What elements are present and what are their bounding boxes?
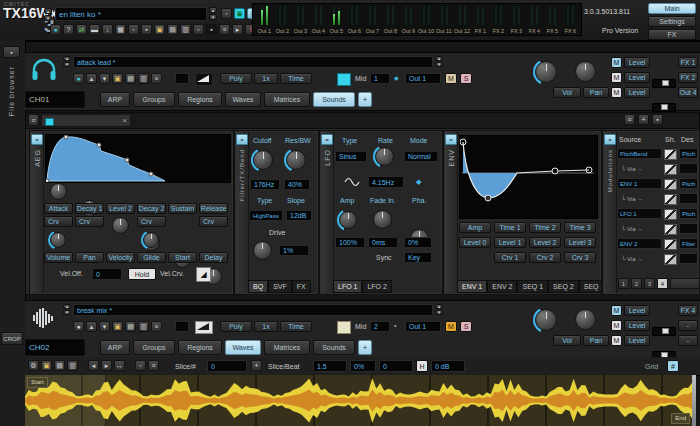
send3-level-button[interactable]: Level: [624, 87, 650, 98]
fit-view-button[interactable]: ↔: [114, 360, 125, 371]
tab-add[interactable]: +: [358, 92, 372, 107]
page-2-button[interactable]: 2: [631, 278, 642, 289]
clear-button[interactable]: ×: [151, 73, 162, 84]
collapse-button[interactable]: =: [236, 134, 248, 145]
name-spinner[interactable]: ▴ ▾: [63, 56, 71, 67]
grid-view-button[interactable]: ▦: [115, 24, 126, 35]
crv-decay1-button[interactable]: Crv: [75, 216, 104, 227]
pan-label-button[interactable]: Pan: [75, 252, 104, 263]
tab-close-icon[interactable]: ×: [122, 116, 127, 125]
glide-label-button[interactable]: Glide: [137, 252, 166, 263]
crv-decay2-button[interactable]: Crv: [137, 216, 166, 227]
octave-box[interactable]: [175, 73, 189, 84]
zoom-in-button[interactable]: ▸: [101, 360, 112, 371]
crop-button[interactable]: CROP: [1, 332, 23, 345]
mod-dest[interactable]: [679, 163, 698, 174]
spinner-down-icon[interactable]: ▾: [435, 310, 443, 315]
fade-knob[interactable]: [373, 210, 392, 229]
end-marker[interactable]: End: [671, 413, 690, 424]
send2-dest-button[interactable]: FX 2: [678, 72, 698, 83]
waveform-display[interactable]: Start End: [25, 375, 696, 426]
env-level1-button[interactable]: Level 1: [494, 237, 526, 248]
record-button[interactable]: ●: [73, 321, 84, 332]
env-crv3-button[interactable]: Crv 3: [564, 252, 596, 263]
delay-label-button[interactable]: Delay: [199, 252, 228, 263]
retrigger-icon[interactable]: ◆: [416, 178, 421, 186]
spinner-down-icon[interactable]: ▾: [209, 14, 217, 20]
open-folder-button[interactable]: ▣: [112, 73, 123, 84]
vel-off-value[interactable]: 0: [92, 268, 122, 280]
page-4-button[interactable]: 4: [657, 278, 668, 289]
paste-button[interactable]: ▥: [138, 73, 149, 84]
res-knob[interactable]: [284, 148, 308, 172]
collapse-button[interactable]: =: [445, 134, 457, 145]
editor-detach-button[interactable]: ▪: [652, 114, 663, 125]
open-folder-button[interactable]: ▣: [112, 321, 123, 332]
grid-toggle-button[interactable]: #: [667, 360, 679, 372]
mod-source[interactable]: PitchBend: [617, 148, 662, 159]
output-select-box[interactable]: Out 1: [405, 73, 441, 84]
channel-name-field[interactable]: break mix *: [73, 304, 433, 316]
type-value[interactable]: HighPass: [249, 210, 283, 221]
record-button[interactable]: ●: [50, 24, 61, 35]
solo-button[interactable]: S: [460, 321, 472, 332]
paste-button[interactable]: ▥: [180, 24, 191, 35]
output-select-box[interactable]: Out 1: [405, 321, 441, 332]
add-button[interactable]: ▴: [86, 73, 97, 84]
mute-button[interactable]: M: [445, 321, 457, 332]
send1-slider[interactable]: [652, 79, 676, 88]
file-browser-label[interactable]: File browser: [8, 66, 15, 116]
tab-sounds[interactable]: Sounds: [313, 340, 355, 355]
mode-value[interactable]: Normal: [404, 151, 438, 162]
vel-crv-icon[interactable]: ◢: [196, 267, 211, 282]
amp-value[interactable]: 100%: [335, 237, 365, 248]
drive-knob[interactable]: [253, 241, 272, 260]
poly-count-button[interactable]: 1x: [254, 73, 278, 84]
pan-knob[interactable]: [575, 61, 596, 82]
offset-value[interactable]: 0: [379, 360, 413, 372]
program-menu-button[interactable]: ▫: [221, 8, 232, 19]
rate-knob[interactable]: [373, 145, 396, 168]
poly-button[interactable]: Poly: [220, 321, 252, 332]
send2-level-button[interactable]: Level: [624, 320, 650, 331]
spinner-up-icon[interactable]: ▴: [209, 7, 217, 13]
env-level3-button[interactable]: Level 3: [564, 237, 596, 248]
add-button[interactable]: ▴: [86, 321, 97, 332]
tab-fx[interactable]: FX: [292, 280, 311, 293]
spinner-down-icon[interactable]: ▾: [44, 15, 52, 21]
mod-dest[interactable]: [679, 253, 698, 264]
midi-channel-box[interactable]: 1: [370, 73, 390, 84]
mute-button[interactable]: M: [445, 73, 457, 84]
tab-add[interactable]: +: [358, 340, 372, 355]
phase-value[interactable]: 0%: [404, 237, 432, 248]
spinner-down-icon[interactable]: ▾: [435, 62, 443, 67]
time-button[interactable]: Time: [280, 321, 312, 332]
channel-name-field[interactable]: attack lead *: [73, 56, 433, 68]
midi-filter-icon[interactable]: ◆: [394, 74, 399, 81]
env-display[interactable]: [459, 135, 598, 219]
vol-button[interactable]: Vol: [553, 335, 581, 346]
hold-button[interactable]: Hold: [128, 268, 156, 280]
send3-mode-button[interactable]: M: [611, 87, 622, 98]
remove-button[interactable]: ▾: [99, 321, 110, 332]
mod-dest[interactable]: Pitch: [679, 148, 698, 159]
fade-value[interactable]: 0ms: [368, 237, 398, 248]
mod-shape-icon[interactable]: [664, 254, 677, 265]
slice-beat-value[interactable]: 1.5: [313, 360, 347, 372]
copy-button[interactable]: ▤: [167, 24, 178, 35]
env-time3-button[interactable]: Time 3: [564, 222, 596, 233]
channel-color-swatch[interactable]: [337, 73, 351, 86]
release-label-button[interactable]: Release: [199, 203, 228, 214]
env-crv1-button[interactable]: Crv 1: [494, 252, 526, 263]
env-level0-button[interactable]: Level 0: [459, 237, 491, 248]
open-folder-button[interactable]: ▣: [41, 360, 52, 371]
mod-shape-icon[interactable]: [664, 149, 677, 160]
send2-slider[interactable]: [652, 103, 676, 112]
dot-view-button[interactable]: ▪: [141, 24, 152, 35]
program-spinner[interactable]: ▴ ▾: [44, 8, 52, 21]
tab-waves[interactable]: Waves: [225, 340, 261, 355]
channel-color-swatch[interactable]: [337, 321, 351, 334]
menu-button[interactable]: ≡: [219, 24, 230, 35]
mod-source[interactable]: LFO 1: [617, 208, 662, 219]
env-amp-button[interactable]: Amp: [459, 222, 491, 233]
